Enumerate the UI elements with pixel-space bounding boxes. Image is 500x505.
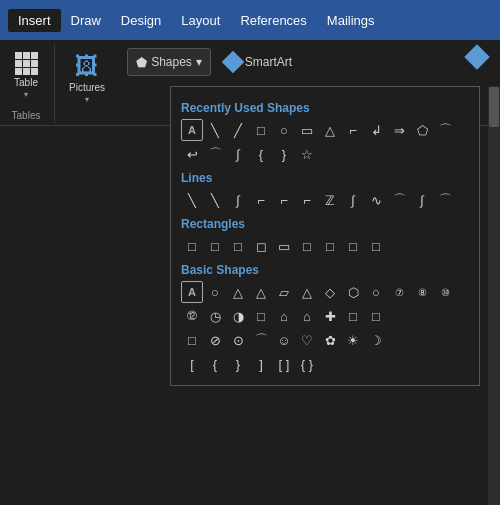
shape-rect-4[interactable]: ◻: [250, 235, 272, 257]
shape-line-double-arrow[interactable]: ∫: [227, 189, 249, 211]
shape-rect-3[interactable]: □: [227, 235, 249, 257]
shape-star[interactable]: ☆: [296, 143, 318, 165]
shape-text-box[interactable]: A: [181, 119, 203, 141]
shape-basic-heptagon[interactable]: ○: [365, 281, 387, 303]
shape-triangle[interactable]: △: [319, 119, 341, 141]
shape-line-3[interactable]: ∫: [227, 143, 249, 165]
shape-basic-cube[interactable]: □: [181, 329, 203, 351]
shape-brace-left[interactable]: {: [250, 143, 272, 165]
smartart-icon: [222, 51, 245, 74]
shape-elbow-arrow[interactable]: ⌐: [273, 189, 295, 211]
lines-row: ╲ ╲ ∫ ⌐ ⌐ ⌐ ℤ ∫ ∿ ⌒ ∫ ⌒: [181, 189, 469, 211]
shape-pentagon[interactable]: ⬠: [411, 119, 433, 141]
shape-basic-brace-left-2[interactable]: {: [204, 353, 226, 375]
shape-rect-8[interactable]: □: [342, 235, 364, 257]
shape-basic-7[interactable]: ⑦: [388, 281, 410, 303]
shape-curved-dbl-arrow[interactable]: ∿: [365, 189, 387, 211]
shape-elbow-dbl-arrow[interactable]: ⌐: [296, 189, 318, 211]
shape-basic-brace-right-2[interactable]: }: [227, 353, 249, 375]
shape-rect-7[interactable]: □: [319, 235, 341, 257]
shape-curved-arrow[interactable]: ↩: [181, 143, 203, 165]
shape-basic-brace-pair[interactable]: { }: [296, 353, 318, 375]
shape-basic-heart[interactable]: ♡: [296, 329, 318, 351]
shape-rect-9[interactable]: □: [365, 235, 387, 257]
shape-arc[interactable]: ⌒: [204, 143, 226, 165]
shape-basic-bracket-pair[interactable]: [ ]: [273, 353, 295, 375]
pictures-label: Pictures: [69, 82, 105, 93]
ribbon-group-pictures: 🖼 Pictures ▾: [63, 44, 119, 123]
shape-line-2[interactable]: ╱: [227, 119, 249, 141]
shape-elbow-1[interactable]: ↲: [365, 119, 387, 141]
shape-basic-half-frame[interactable]: ⌂: [296, 305, 318, 327]
shape-basic-oval[interactable]: ○: [204, 281, 226, 303]
shape-oval[interactable]: ○: [273, 119, 295, 141]
menu-insert[interactable]: Insert: [8, 9, 61, 32]
shape-line-arrow[interactable]: ╲: [204, 189, 226, 211]
shape-basic-diamond[interactable]: ◇: [319, 281, 341, 303]
shape-basic-10[interactable]: ⑩: [434, 281, 456, 303]
menu-references[interactable]: References: [230, 9, 316, 32]
shape-rect-6[interactable]: □: [296, 235, 318, 257]
shape-basic-can[interactable]: □: [365, 305, 387, 327]
pictures-dropdown-arrow: ▾: [85, 95, 89, 104]
shape-elbow-connector[interactable]: ⌐: [250, 189, 272, 211]
shape-wave[interactable]: ⌒: [434, 119, 456, 141]
shape-wave-line[interactable]: ⌒: [434, 189, 456, 211]
smartart-button[interactable]: SmartArt: [217, 48, 300, 76]
shape-arrow-right[interactable]: ⇒: [388, 119, 410, 141]
shape-brace-right[interactable]: }: [273, 143, 295, 165]
shape-rect-5[interactable]: ▭: [273, 235, 295, 257]
shape-basic-wave[interactable]: ⌒: [250, 329, 272, 351]
shape-basic-pie[interactable]: ◷: [204, 305, 226, 327]
shape-basic-frame[interactable]: ⌂: [273, 305, 295, 327]
shape-basic-bracket-left[interactable]: [: [181, 353, 203, 375]
shape-basic-triangle-2[interactable]: △: [250, 281, 272, 303]
menu-draw[interactable]: Draw: [61, 9, 111, 32]
shape-curved-connector[interactable]: ℤ: [319, 189, 341, 211]
table-icon: [15, 52, 38, 75]
shape-rect-1[interactable]: □: [181, 235, 203, 257]
shape-basic-block-arc[interactable]: ⊙: [227, 329, 249, 351]
basic-shapes-row-1: A ○ △ △ ▱ △ ◇ ⬡ ○ ⑦ ⑧ ⑩: [181, 281, 469, 303]
menu-mailings[interactable]: Mailings: [317, 9, 385, 32]
shape-line-straight[interactable]: ╲: [181, 189, 203, 211]
pictures-icon: 🖼: [75, 52, 99, 80]
shape-curved-arrow-2[interactable]: ∫: [342, 189, 364, 211]
shape-basic-chord[interactable]: ◑: [227, 305, 249, 327]
shape-right-angle[interactable]: ⌐: [342, 119, 364, 141]
shape-scribble[interactable]: ∫: [411, 189, 433, 211]
shape-basic-cross[interactable]: ✚: [319, 305, 341, 327]
shapes-button[interactable]: ⬟ Shapes ▾: [127, 48, 211, 76]
shape-basic-sun[interactable]: ☀: [342, 329, 364, 351]
scrollbar[interactable]: [488, 86, 500, 505]
shape-basic-triangle-3[interactable]: △: [296, 281, 318, 303]
shape-basic-bracket-right[interactable]: ]: [250, 353, 272, 375]
shape-basic-moon[interactable]: ☽: [365, 329, 387, 351]
chart-icon: [464, 44, 489, 69]
shape-basic-lightning[interactable]: ✿: [319, 329, 341, 351]
shape-basic-text[interactable]: A: [181, 281, 203, 303]
shape-basic-plaque[interactable]: □: [342, 305, 364, 327]
shape-freeform[interactable]: ⌒: [388, 189, 410, 211]
tables-group-label: Tables: [12, 110, 41, 123]
recently-used-row-2: ↩ ⌒ ∫ { } ☆: [181, 143, 469, 165]
shape-rounded-rect[interactable]: ▭: [296, 119, 318, 141]
table-button[interactable]: Table ▾: [6, 48, 46, 103]
shape-basic-teardrop[interactable]: □: [250, 305, 272, 327]
shape-line-1[interactable]: ╲: [204, 119, 226, 141]
scrollbar-thumb[interactable]: [489, 87, 499, 127]
shape-basic-no[interactable]: ⊘: [204, 329, 226, 351]
shape-basic-12[interactable]: ⑫: [181, 305, 203, 327]
menu-design[interactable]: Design: [111, 9, 171, 32]
rectangles-row: □ □ □ ◻ ▭ □ □ □ □: [181, 235, 469, 257]
menu-layout[interactable]: Layout: [171, 9, 230, 32]
shape-basic-parallelogram[interactable]: ▱: [273, 281, 295, 303]
pictures-button[interactable]: 🖼 Pictures ▾: [63, 48, 111, 108]
shape-rect[interactable]: □: [250, 119, 272, 141]
shape-basic-hexagon[interactable]: ⬡: [342, 281, 364, 303]
ribbon-group-illustrations: ⬟ Shapes ▾ SmartArt: [127, 44, 300, 76]
shape-rect-2[interactable]: □: [204, 235, 226, 257]
shape-basic-smiley[interactable]: ☺: [273, 329, 295, 351]
shape-basic-triangle[interactable]: △: [227, 281, 249, 303]
shape-basic-8[interactable]: ⑧: [411, 281, 433, 303]
